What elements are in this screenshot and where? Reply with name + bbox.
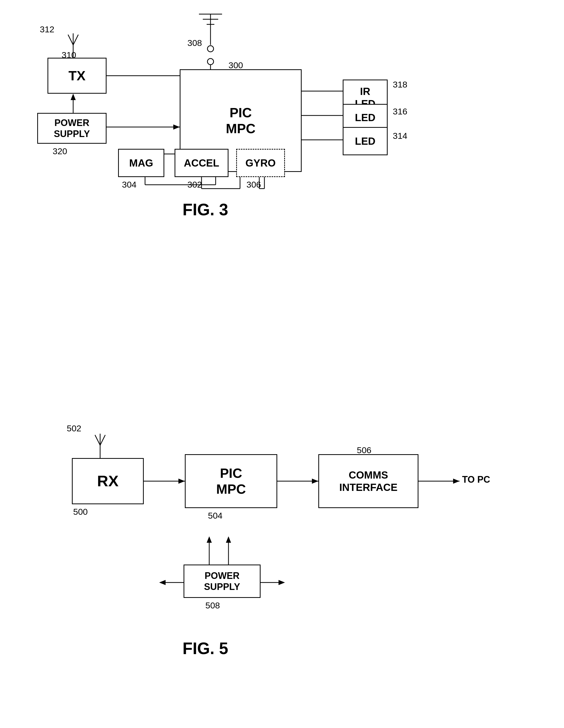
ref-320: 320 bbox=[53, 146, 67, 156]
ref-314: 314 bbox=[393, 131, 407, 141]
svg-marker-36 bbox=[178, 479, 185, 484]
svg-point-4 bbox=[207, 46, 213, 52]
ref-302: 302 bbox=[187, 180, 202, 190]
led2-box: LED bbox=[343, 127, 388, 155]
ref-506: 506 bbox=[357, 445, 372, 455]
pic-mpc-box-fig5: PICMPC bbox=[185, 454, 277, 508]
ref-508: 508 bbox=[205, 600, 220, 610]
svg-marker-46 bbox=[159, 580, 165, 585]
ref-300: 300 bbox=[228, 60, 243, 70]
svg-marker-14 bbox=[71, 94, 76, 100]
ref-310: 310 bbox=[62, 50, 76, 60]
to-pc-label: TO PC bbox=[462, 474, 490, 485]
svg-marker-38 bbox=[312, 479, 318, 484]
ref-318: 318 bbox=[393, 80, 407, 90]
ref-312: 312 bbox=[40, 24, 54, 34]
svg-marker-48 bbox=[278, 580, 285, 585]
svg-line-34 bbox=[100, 435, 105, 445]
svg-marker-40 bbox=[453, 479, 460, 484]
ref-502: 502 bbox=[67, 423, 81, 433]
fig3-title: FIG. 3 bbox=[154, 200, 257, 219]
ref-504: 504 bbox=[208, 511, 222, 521]
ref-304: 304 bbox=[122, 180, 136, 190]
power-supply-box-fig3: POWERSUPPLY bbox=[37, 113, 106, 144]
svg-marker-42 bbox=[207, 536, 212, 543]
mag-box: MAG bbox=[118, 149, 164, 177]
ref-316: 316 bbox=[393, 106, 407, 117]
svg-point-5 bbox=[207, 59, 213, 65]
rx-box: RX bbox=[72, 458, 144, 504]
comms-interface-box: COMMSINTERFACE bbox=[318, 454, 419, 508]
svg-line-12 bbox=[73, 35, 78, 45]
ref-306: 306 bbox=[246, 180, 261, 190]
fig5-title: FIG. 5 bbox=[154, 639, 257, 658]
power-supply-box-fig5: POWERSUPPLY bbox=[183, 565, 260, 598]
gyro-box: GYRO bbox=[236, 149, 285, 177]
svg-line-10 bbox=[68, 35, 73, 45]
svg-marker-44 bbox=[226, 536, 231, 543]
ref-308: 308 bbox=[187, 38, 202, 48]
ref-500: 500 bbox=[73, 507, 88, 517]
diagram-container: 308 TX 310 312 PICMPC 300 IRLED 318 LED … bbox=[0, 0, 564, 728]
tx-box: TX bbox=[47, 58, 106, 94]
accel-box: ACCEL bbox=[174, 149, 228, 177]
svg-line-32 bbox=[95, 435, 100, 445]
svg-marker-16 bbox=[173, 124, 180, 130]
